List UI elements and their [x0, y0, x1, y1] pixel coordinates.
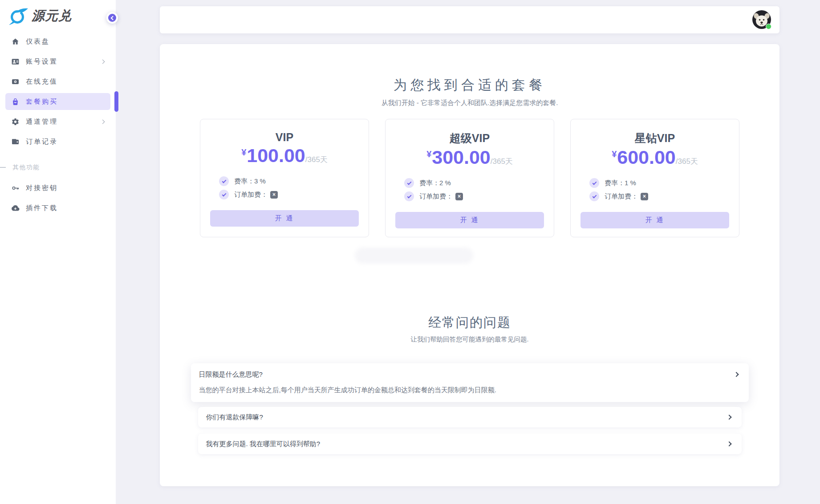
plan-card-super-vip: 超级VIP ¥300.00/365天 费率：2 % 订单加费： × 开 通: [385, 119, 554, 237]
chevron-left-icon: [111, 16, 115, 20]
faded-placeholder-blob: [355, 248, 473, 264]
plan-card-vip: VIP ¥100.00/365天 费率：3 % 订单加费： × 开 通: [200, 119, 369, 237]
logo-text: 源元兑: [32, 7, 72, 25]
sidebar-item-label: 套餐购买: [26, 98, 105, 106]
sidebar-item-order-records[interactable]: 订单记录: [5, 133, 110, 150]
sidebar-item-online-recharge[interactable]: 在线充值: [5, 73, 110, 90]
cloud-download-icon: [11, 203, 20, 212]
faq-subtitle: 让我们帮助回答您可能遇到的最常见问题.: [160, 335, 779, 344]
key-icon: [11, 183, 20, 192]
online-status-dot: [766, 24, 771, 29]
chevron-right-icon: [101, 59, 105, 64]
open-plan-button[interactable]: 开 通: [580, 212, 729, 228]
x-square-icon: ×: [270, 191, 278, 199]
chevron-right-icon: [727, 441, 731, 446]
currency-symbol: ¥: [241, 147, 246, 157]
plan-price: ¥100.00/365天: [200, 145, 369, 167]
check-icon: [404, 178, 414, 188]
feature-label: 费率：2 %: [419, 179, 451, 187]
sidebar-item-account-settings[interactable]: 账号设置: [5, 53, 110, 70]
page-subtitle: 从我们开始 - 它非常适合个人和团队.选择满足您需求的套餐.: [160, 99, 779, 107]
price-amount: 100.00: [247, 145, 305, 166]
plan-features: 费率：3 % 订单加费： ×: [200, 175, 369, 201]
user-avatar[interactable]: [752, 10, 771, 29]
faq-title: 经常问的问题: [160, 314, 779, 332]
chevron-right-icon: [101, 119, 105, 124]
price-period: /365天: [491, 157, 513, 166]
faq-answer: 当您的平台对接上本站之后,每个用户当天所产生成功订单的金额总和达到套餐的当天限制…: [191, 386, 749, 394]
feature-rate: 费率：2 %: [404, 176, 554, 190]
sidebar-menu: 仪表盘 账号设置: [0, 26, 116, 216]
topbar: [160, 6, 779, 33]
main-content: 为您找到合适的套餐 从我们开始 - 它非常适合个人和团队.选择满足您需求的套餐.…: [160, 44, 779, 486]
channel-gear-icon: [11, 117, 20, 126]
feature-label: 订单加费：: [234, 191, 268, 199]
section-label: 其他功能: [12, 164, 40, 171]
plan-name: VIP: [200, 131, 369, 144]
logo-icon: [9, 7, 28, 25]
plan-name: 超级VIP: [386, 131, 554, 146]
faq-question: 你们有退款保障嘛?: [206, 413, 727, 422]
sidebar-item-label: 插件下载: [26, 204, 105, 212]
feature-label: 费率：1 %: [605, 179, 636, 187]
check-icon: [219, 190, 229, 199]
price-amount: 300.00: [432, 146, 491, 168]
currency-symbol: ¥: [612, 149, 617, 159]
sidebar-item-plugin-download[interactable]: 插件下载: [5, 199, 110, 216]
x-square-icon: ×: [455, 193, 463, 200]
sidebar-item-dashboard[interactable]: 仪表盘: [5, 33, 110, 50]
section-dash: [0, 167, 6, 168]
account-icon: [11, 57, 20, 66]
faq-question: 日限额是什么意思呢?: [199, 370, 735, 379]
sidebar-collapse-button[interactable]: [106, 12, 118, 24]
plan-price: ¥600.00/365天: [571, 146, 739, 168]
faq-question: 我有更多问题. 我在哪里可以得到帮助?: [206, 440, 727, 448]
chevron-right-icon: [734, 372, 739, 377]
logo[interactable]: 源元兑: [0, 0, 116, 26]
check-icon: [219, 176, 229, 186]
feature-label: 订单加费：: [419, 192, 453, 201]
chevron-right-icon: [727, 415, 731, 419]
plan-card-star-diamond-vip: 星钻VIP ¥600.00/365天 费率：1 % 订单加费： × 开 通: [570, 119, 739, 237]
pricing-cards-row: VIP ¥100.00/365天 费率：3 % 订单加费： × 开 通 超级VI…: [160, 119, 779, 237]
x-square-icon: ×: [641, 193, 648, 200]
feature-surcharge: 订单加费： ×: [589, 190, 739, 203]
package-icon: [11, 97, 20, 106]
plan-name: 星钻VIP: [571, 131, 739, 146]
feature-label: 费率：3 %: [234, 177, 266, 186]
sidebar-item-label: 仪表盘: [26, 37, 105, 46]
faq-item-daily-limit[interactable]: 日限额是什么意思呢? 当您的平台对接上本站之后,每个用户当天所产生成功订单的金额…: [191, 363, 749, 402]
sidebar-item-label: 在线充值: [26, 77, 105, 86]
feature-surcharge: 订单加费： ×: [404, 190, 554, 203]
sidebar-item-label: 订单记录: [26, 138, 105, 146]
open-plan-button[interactable]: 开 通: [210, 210, 359, 227]
orders-wallet-icon: [11, 137, 20, 146]
faq-item-more-help[interactable]: 我有更多问题. 我在哪里可以得到帮助?: [198, 434, 742, 454]
page-title: 为您找到合适的套餐: [160, 76, 779, 94]
plan-features: 费率：2 % 订单加费： ×: [386, 176, 554, 203]
sidebar-item-label: 账号设置: [26, 57, 101, 66]
price-amount: 600.00: [617, 146, 676, 168]
sidebar-item-label: 对接密钥: [26, 184, 105, 192]
faq-item-refund-guarantee[interactable]: 你们有退款保障嘛?: [198, 407, 742, 427]
feature-rate: 费率：3 %: [219, 175, 369, 188]
feature-surcharge: 订单加费： ×: [219, 188, 369, 201]
check-icon: [404, 191, 414, 201]
check-icon: [589, 191, 599, 201]
currency-symbol: ¥: [426, 149, 431, 159]
price-period: /365天: [305, 155, 328, 164]
plan-features: 费率：1 % 订单加费： ×: [571, 176, 739, 203]
open-plan-button[interactable]: 开 通: [395, 212, 544, 228]
faq-list: 日限额是什么意思呢? 当您的平台对接上本站之后,每个用户当天所产生成功订单的金额…: [160, 363, 779, 454]
sidebar-item-channel-management[interactable]: 通道管理: [5, 113, 110, 130]
sidebar-item-label: 通道管理: [26, 118, 101, 126]
recharge-icon: [11, 77, 20, 86]
sidebar-item-package-purchase[interactable]: 套餐购买: [5, 93, 110, 110]
check-icon: [589, 178, 599, 188]
feature-label: 订单加费：: [605, 192, 638, 201]
feature-rate: 费率：1 %: [589, 176, 739, 190]
dashboard-icon: [11, 37, 20, 46]
price-period: /365天: [676, 157, 698, 166]
sidebar: 源元兑 仪表盘 账号设置: [0, 0, 116, 504]
sidebar-item-api-keys[interactable]: 对接密钥: [5, 179, 110, 196]
